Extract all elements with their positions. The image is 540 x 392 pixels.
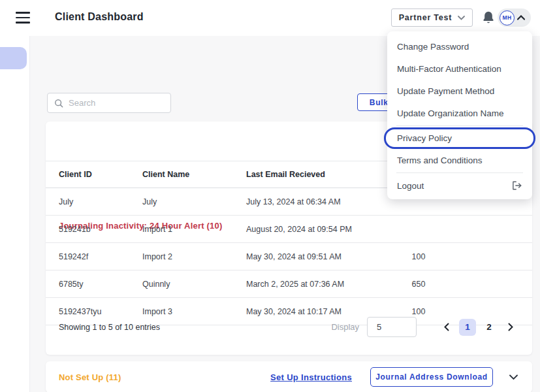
top-bar: Client Dashboard Partner Test MH [0,0,540,36]
sidebar-selected-item[interactable] [0,47,27,69]
avatar: MH [500,10,515,25]
table-row[interactable]: 519242f Import 2 May 30, 2024 at 09:51 A… [46,243,532,270]
cell-client-name: Quinnly [142,280,246,289]
col-header-client-id: Client ID [59,170,142,179]
cell-client-id: 519241b [59,225,142,234]
cell-client-id: 519242f [59,252,142,261]
menu-item-privacy-policy[interactable]: Privacy Policy [384,127,535,149]
chevron-down-icon [458,16,465,20]
col-header-client-name: Client Name [142,170,246,179]
cell-last-email: May 30, 2024 at 09:51 AM [246,252,392,261]
cell-client-name: Import 1 [142,225,246,234]
page-button-2[interactable]: 2 [481,319,498,336]
prev-page-icon[interactable] [437,319,454,336]
not-set-up-title: Not Set Up (11) [59,372,121,382]
menu-divider [396,172,523,173]
col-header-last-email: Last Email Recieved [246,170,392,179]
display-label: Display [331,322,359,332]
page-button-1[interactable]: 1 [459,319,476,336]
table-row[interactable]: 6785ty Quinnly March 2, 2025 at 07:36 AM… [46,270,532,298]
entries-summary: Showing 1 to 5 of 10 entries [59,323,160,332]
search-icon [54,99,63,108]
account-menu-button[interactable]: MH [498,8,531,27]
logout-label: Logout [397,181,424,191]
logout-icon [512,181,522,190]
pagination: 1 2 [437,319,519,336]
table-row[interactable]: 519241b Import 1 August 20, 2024 at 09:5… [46,216,532,243]
cell-last-email: July 13, 2024 at 06:34 AM [246,197,392,206]
menu-item-update-organization-name[interactable]: Update Organization Name [387,102,532,124]
account-menu: Change Password Multi-Factor Authenticat… [387,31,532,199]
menu-item-change-password[interactable]: Change Password [387,35,532,57]
sidebar [0,36,30,392]
page-title: Client Dashboard [55,11,144,23]
menu-divider [396,125,523,126]
cell-client-name: July [142,197,246,206]
cell-last-email: March 2, 2025 at 07:36 AM [246,280,392,289]
cell-last-email: August 20, 2024 at 09:54 PM [246,225,392,234]
search-input[interactable] [69,98,183,108]
hamburger-menu-icon[interactable] [16,12,30,24]
display-count-input[interactable] [367,317,417,337]
menu-item-update-payment-method[interactable]: Update Payment Method [387,80,532,102]
menu-item-multi-factor-authentication[interactable]: Multi-Factor Authentication [387,57,532,80]
client-dashboard-screen: Client Dashboard Partner Test MH [0,0,540,392]
chevron-up-icon [517,15,525,20]
not-set-up-card: Not Set Up (11) Set Up Instructions Jour… [46,361,532,392]
partner-selector-button[interactable]: Partner Test [391,8,473,27]
cell-count: 100 [392,252,445,261]
partner-selector-label: Partner Test [399,13,453,22]
menu-item-terms-and-conditions[interactable]: Terms and Conditions [387,149,532,171]
set-up-instructions-link[interactable]: Set Up Instructions [270,372,352,382]
table-footer: Showing 1 to 5 of 10 entries Display 1 2 [46,299,532,355]
cell-count: 650 [392,280,445,289]
expand-not-set-up-chevron-down-icon[interactable] [507,371,519,383]
menu-item-logout[interactable]: Logout [387,174,532,197]
cell-client-name: Import 2 [142,252,246,261]
journal-address-download-button[interactable]: Journal Address Download [370,367,493,387]
cell-client-id: 6785ty [59,280,142,289]
next-page-icon[interactable] [502,319,519,336]
notifications-bell-icon[interactable] [481,10,496,26]
search-box [47,93,171,113]
cell-client-id: July [59,197,142,206]
